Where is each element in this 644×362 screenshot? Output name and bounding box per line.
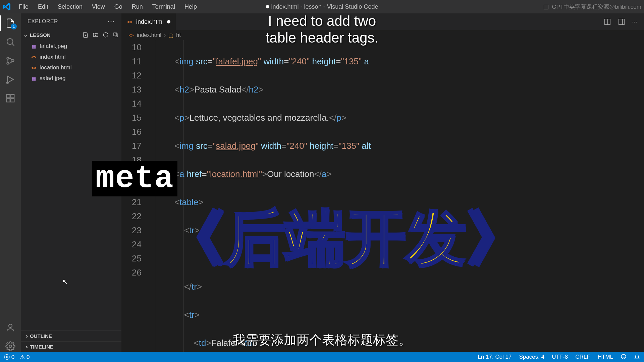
modified-indicator-icon: [266, 5, 269, 8]
overlay-meta-text: meta: [92, 161, 177, 196]
extensions-icon[interactable]: [5, 93, 16, 104]
chevron-right-icon: ⌄: [23, 345, 29, 349]
svg-point-10: [9, 345, 12, 348]
html-file-icon: <>: [31, 54, 37, 60]
window-title: index.html - lesson - Visual Studio Code: [266, 3, 378, 10]
chevron-right-icon: ›: [164, 32, 166, 38]
editor-tabs: <> index.html ⋯: [121, 13, 644, 30]
svg-rect-13: [619, 19, 625, 25]
search-icon[interactable]: [5, 36, 16, 48]
chevron-down-icon: ⌄: [23, 32, 28, 38]
svg-point-14: [621, 354, 626, 359]
menu-file[interactable]: File: [15, 2, 33, 12]
svg-rect-8: [11, 95, 14, 98]
line-numbers: 1011121314151617181920212223242526: [121, 40, 148, 280]
status-indentation[interactable]: Spaces: 4: [519, 354, 545, 360]
layout-icon[interactable]: [618, 18, 625, 25]
new-file-icon[interactable]: [83, 32, 89, 38]
code-editor[interactable]: 1011121314151617181920212223242526 <img …: [121, 40, 644, 352]
html-file-icon: <>: [128, 32, 134, 38]
menu-help[interactable]: Help: [180, 2, 201, 12]
menu-terminal[interactable]: Terminal: [148, 2, 179, 12]
more-actions-icon[interactable]: ⋯: [632, 19, 637, 25]
breadcrumbs[interactable]: <> index.html › ▢ ht: [121, 30, 644, 40]
file-item[interactable]: <>index.html: [21, 52, 121, 62]
svg-point-3: [12, 60, 14, 62]
html-file-icon: <>: [127, 19, 133, 25]
menu-bar: File Edit Selection View Go Run Terminal…: [15, 2, 201, 12]
settings-icon[interactable]: [5, 341, 16, 352]
status-language[interactable]: HTML: [598, 354, 613, 360]
subtitle-chinese: 我需要添加两个表格标题标签。: [233, 331, 411, 349]
menu-selection[interactable]: Selection: [54, 2, 87, 12]
status-eol[interactable]: CRLF: [575, 354, 590, 360]
image-file-icon: ▦: [31, 75, 37, 81]
status-bar: ⓧ 0 ⚠ 0 Ln 17, Col 17 Spaces: 4 UTF-8 CR…: [0, 352, 644, 362]
explorer-title: EXPLORER ⋯: [21, 13, 121, 29]
explorer-menu-icon[interactable]: ⋯: [107, 17, 115, 26]
overlay-course-title: 《后端开发》: [164, 208, 527, 268]
svg-rect-5: [7, 95, 10, 98]
svg-rect-6: [7, 99, 10, 102]
new-folder-icon[interactable]: [93, 32, 99, 38]
file-item[interactable]: ▦salad.jpeg: [21, 73, 121, 84]
file-tree: ▦falafel.jpeg <>index.html <>location.ht…: [21, 40, 121, 84]
svg-point-1: [7, 57, 9, 59]
vscode-logo-icon: [3, 3, 11, 11]
status-warnings[interactable]: ⚠ 0: [20, 354, 30, 361]
accounts-icon[interactable]: [5, 322, 16, 333]
menu-view[interactable]: View: [88, 2, 109, 12]
tab-index-html[interactable]: <> index.html: [121, 13, 176, 30]
chevron-right-icon: ⌄: [23, 334, 29, 338]
source-control-icon[interactable]: [5, 55, 16, 66]
svg-rect-11: [114, 33, 117, 36]
watermark-text: GPT中英字幕课程资源@bilibili.com: [544, 3, 641, 11]
status-notifications-icon[interactable]: [634, 354, 640, 360]
activity-bar: 1: [0, 13, 21, 352]
svg-rect-7: [11, 99, 14, 102]
status-feedback-icon[interactable]: [621, 354, 627, 360]
layout-icon[interactable]: [544, 5, 548, 9]
element-icon: ▢: [168, 32, 173, 39]
file-item[interactable]: <>location.html: [21, 62, 121, 73]
explorer-icon[interactable]: 1: [5, 17, 16, 29]
file-item[interactable]: ▦falafel.jpeg: [21, 41, 121, 52]
svg-point-0: [7, 39, 13, 45]
svg-point-9: [9, 324, 12, 327]
run-debug-icon[interactable]: [5, 74, 16, 85]
editor-group: <> index.html ⋯ <> index.html › ▢ ht 101…: [121, 13, 644, 352]
menu-go[interactable]: Go: [110, 2, 126, 12]
menu-edit[interactable]: Edit: [34, 2, 52, 12]
status-encoding[interactable]: UTF-8: [552, 354, 568, 360]
status-errors[interactable]: ⓧ 0: [4, 353, 14, 361]
title-bar: File Edit Selection View Go Run Terminal…: [0, 0, 644, 13]
explorer-badge: 1: [11, 23, 17, 29]
split-editor-icon[interactable]: [604, 18, 611, 25]
modified-dot-icon: [167, 20, 170, 23]
code-content[interactable]: <img src="falafel.jpeg" width="240" heig…: [155, 40, 644, 352]
outline-section[interactable]: ⌄OUTLINE: [21, 330, 121, 341]
collapse-all-icon[interactable]: [113, 32, 119, 38]
refresh-icon[interactable]: [103, 32, 109, 38]
html-file-icon: <>: [31, 65, 37, 71]
svg-point-2: [7, 62, 9, 64]
workspace-header[interactable]: ⌄ LESSON: [21, 29, 121, 40]
subtitle-english: I need to add two table header tags.: [266, 13, 378, 47]
status-cursor-position[interactable]: Ln 17, Col 17: [478, 354, 512, 360]
mouse-cursor-icon: ↖: [62, 278, 68, 286]
image-file-icon: ▦: [31, 43, 37, 49]
menu-run[interactable]: Run: [128, 2, 147, 12]
timeline-section[interactable]: ⌄TIMELINE: [21, 341, 121, 352]
